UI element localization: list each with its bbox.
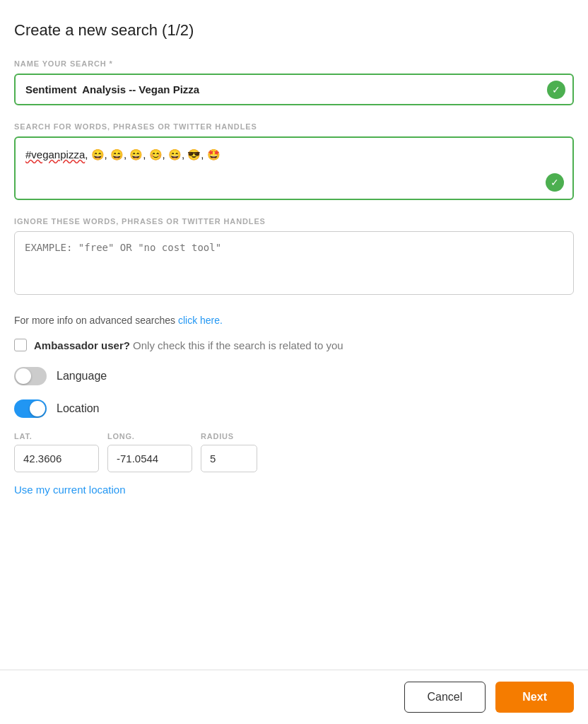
ambassador-note: Only check this if the search is related… xyxy=(133,339,343,351)
ignore-textarea[interactable] xyxy=(14,231,574,295)
long-label: LONG. xyxy=(107,432,192,440)
name-field-label: NAME YOUR SEARCH * xyxy=(14,59,574,68)
radius-input[interactable] xyxy=(201,445,257,472)
name-input-wrapper: ✓ xyxy=(14,74,574,105)
language-toggle-row: Language xyxy=(14,367,574,385)
long-field-group: LONG. xyxy=(107,432,192,472)
long-input[interactable] xyxy=(107,445,192,472)
location-toggle[interactable] xyxy=(14,399,47,418)
use-current-location-link[interactable]: Use my current location xyxy=(14,484,126,496)
location-toggle-knob xyxy=(30,401,45,416)
radius-label: RADIUS xyxy=(201,432,257,440)
page-title: Create a new search (1/2) xyxy=(14,21,574,40)
location-toggle-label: Location xyxy=(57,402,100,415)
lat-input[interactable] xyxy=(14,445,99,472)
language-toggle-knob xyxy=(16,368,31,384)
search-field-content: #veganpizza, 😄, 😄, 😄, 😊, 😄, 😎, 🤩 xyxy=(25,146,541,163)
hashtag-text: #veganpizza xyxy=(25,148,85,160)
search-check-icon: ✓ xyxy=(546,173,564,192)
cancel-button[interactable]: Cancel xyxy=(404,682,486,713)
name-field-group: NAME YOUR SEARCH * ✓ xyxy=(14,59,574,105)
ignore-field-group: IGNORE THESE WORDS, PHRASES OR TWITTER H… xyxy=(14,217,574,298)
next-button[interactable]: Next xyxy=(495,682,574,713)
ambassador-row[interactable]: Ambassador user? Only check this if the … xyxy=(14,339,574,351)
advanced-search-link[interactable]: click here. xyxy=(178,315,223,326)
location-toggle-row: Location xyxy=(14,399,574,418)
search-field-group: SEARCH FOR WORDS, PHRASES OR TWITTER HAN… xyxy=(14,122,574,200)
advanced-pre-text: For more info on advanced searches xyxy=(14,315,178,326)
ambassador-checkbox[interactable] xyxy=(14,339,27,351)
lat-label: LAT. xyxy=(14,432,99,440)
footer-bar: Cancel Next xyxy=(0,670,588,724)
ambassador-label-bold: Ambassador user? xyxy=(34,339,130,351)
name-input[interactable] xyxy=(14,74,574,105)
language-toggle-label: Language xyxy=(57,370,107,383)
name-check-icon: ✓ xyxy=(547,81,565,99)
lat-field-group: LAT. xyxy=(14,432,99,472)
ignore-field-label: IGNORE THESE WORDS, PHRASES OR TWITTER H… xyxy=(14,217,574,226)
search-field-label: SEARCH FOR WORDS, PHRASES OR TWITTER HAN… xyxy=(14,122,574,131)
search-field-wrapper[interactable]: #veganpizza, 😄, 😄, 😄, 😊, 😄, 😎, 🤩 ✓ xyxy=(14,136,574,200)
location-fields: LAT. LONG. RADIUS xyxy=(14,432,574,472)
advanced-search-info: For more info on advanced searches click… xyxy=(14,315,574,326)
ambassador-label: Ambassador user? Only check this if the … xyxy=(34,339,343,351)
language-toggle[interactable] xyxy=(14,367,47,385)
radius-field-group: RADIUS xyxy=(201,432,257,472)
